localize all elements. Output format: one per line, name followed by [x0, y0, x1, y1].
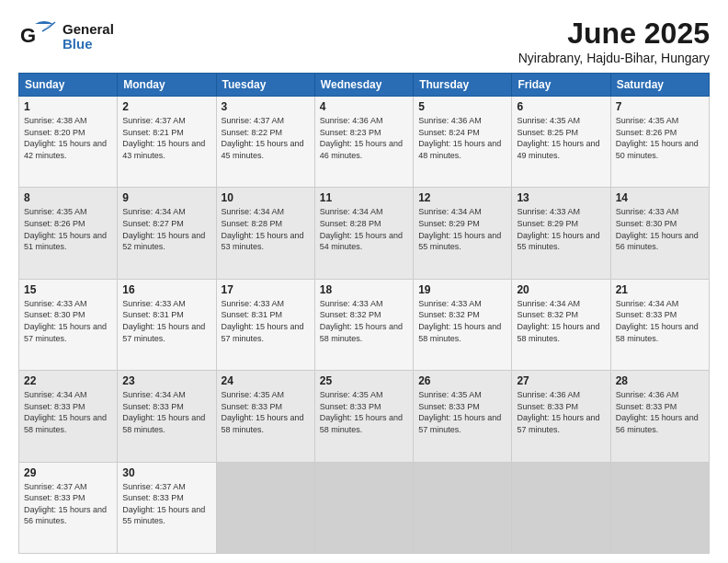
day-info: Sunrise: 4:34 AMSunset: 8:29 PMDaylight:…	[418, 206, 506, 252]
calendar-cell: 10Sunrise: 4:34 AMSunset: 8:28 PMDayligh…	[216, 188, 314, 279]
day-number: 8	[24, 191, 112, 204]
header: G General Blue June 2025 Nyirabrany, Haj…	[18, 17, 710, 65]
week-row-5: 29Sunrise: 4:37 AMSunset: 8:33 PMDayligh…	[19, 462, 710, 553]
calendar-cell: 24Sunrise: 4:35 AMSunset: 8:33 PMDayligh…	[216, 371, 314, 462]
day-number: 6	[517, 100, 605, 113]
calendar-cell: 29Sunrise: 4:37 AMSunset: 8:33 PMDayligh…	[19, 462, 118, 553]
day-info: Sunrise: 4:33 AMSunset: 8:32 PMDaylight:…	[418, 298, 506, 344]
calendar-cell: 19Sunrise: 4:33 AMSunset: 8:32 PMDayligh…	[414, 279, 512, 370]
week-row-1: 1Sunrise: 4:38 AMSunset: 8:20 PMDaylight…	[19, 97, 710, 188]
day-info: Sunrise: 4:35 AMSunset: 8:26 PMDaylight:…	[24, 206, 112, 252]
day-number: 12	[418, 191, 506, 204]
day-info: Sunrise: 4:36 AMSunset: 8:24 PMDaylight:…	[418, 115, 506, 161]
calendar-cell: 2Sunrise: 4:37 AMSunset: 8:21 PMDaylight…	[118, 97, 216, 188]
day-number: 9	[122, 191, 210, 204]
title-section: June 2025 Nyirabrany, Hajdu-Bihar, Hunga…	[518, 17, 710, 65]
calendar-cell: 8Sunrise: 4:35 AMSunset: 8:26 PMDaylight…	[19, 188, 118, 279]
header-friday: Friday	[512, 74, 610, 97]
day-info: Sunrise: 4:37 AMSunset: 8:22 PMDaylight:…	[222, 115, 310, 161]
day-info: Sunrise: 4:36 AMSunset: 8:33 PMDaylight:…	[517, 389, 605, 435]
logo-blue: Blue	[63, 37, 114, 52]
day-number: 3	[222, 100, 310, 113]
calendar-cell: 1Sunrise: 4:38 AMSunset: 8:20 PMDaylight…	[19, 97, 118, 188]
calendar-cell: 22Sunrise: 4:34 AMSunset: 8:33 PMDayligh…	[19, 371, 118, 462]
day-number: 20	[517, 283, 605, 296]
day-info: Sunrise: 4:35 AMSunset: 8:33 PMDaylight:…	[418, 389, 506, 435]
day-info: Sunrise: 4:33 AMSunset: 8:31 PMDaylight:…	[222, 298, 310, 344]
week-row-3: 15Sunrise: 4:33 AMSunset: 8:30 PMDayligh…	[19, 279, 710, 370]
day-info: Sunrise: 4:34 AMSunset: 8:27 PMDaylight:…	[122, 206, 210, 252]
calendar-cell	[414, 462, 512, 553]
week-row-4: 22Sunrise: 4:34 AMSunset: 8:33 PMDayligh…	[19, 371, 710, 462]
calendar-cell: 17Sunrise: 4:33 AMSunset: 8:31 PMDayligh…	[216, 279, 314, 370]
day-info: Sunrise: 4:34 AMSunset: 8:33 PMDaylight:…	[24, 389, 112, 435]
day-number: 13	[517, 191, 605, 204]
calendar-cell: 11Sunrise: 4:34 AMSunset: 8:28 PMDayligh…	[314, 188, 413, 279]
calendar-cell: 30Sunrise: 4:37 AMSunset: 8:33 PMDayligh…	[118, 462, 216, 553]
day-number: 23	[122, 374, 210, 387]
header-monday: Monday	[118, 74, 216, 97]
calendar-cell: 20Sunrise: 4:34 AMSunset: 8:32 PMDayligh…	[512, 279, 610, 370]
day-info: Sunrise: 4:33 AMSunset: 8:29 PMDaylight:…	[517, 206, 605, 252]
calendar-cell: 3Sunrise: 4:37 AMSunset: 8:22 PMDaylight…	[216, 97, 314, 188]
day-info: Sunrise: 4:34 AMSunset: 8:33 PMDaylight:…	[122, 389, 210, 435]
day-info: Sunrise: 4:36 AMSunset: 8:33 PMDaylight:…	[616, 389, 704, 435]
calendar-cell: 26Sunrise: 4:35 AMSunset: 8:33 PMDayligh…	[414, 371, 512, 462]
day-number: 28	[616, 374, 704, 387]
calendar-cell: 13Sunrise: 4:33 AMSunset: 8:29 PMDayligh…	[512, 188, 610, 279]
calendar-cell	[610, 462, 709, 553]
day-info: Sunrise: 4:33 AMSunset: 8:32 PMDaylight:…	[320, 298, 408, 344]
day-info: Sunrise: 4:34 AMSunset: 8:33 PMDaylight:…	[616, 298, 704, 344]
header-thursday: Thursday	[414, 74, 512, 97]
day-info: Sunrise: 4:34 AMSunset: 8:32 PMDaylight:…	[517, 298, 605, 344]
day-info: Sunrise: 4:35 AMSunset: 8:33 PMDaylight:…	[320, 389, 408, 435]
calendar-cell: 5Sunrise: 4:36 AMSunset: 8:24 PMDaylight…	[414, 97, 512, 188]
calendar-cell: 14Sunrise: 4:33 AMSunset: 8:30 PMDayligh…	[610, 188, 709, 279]
day-number: 15	[24, 283, 112, 296]
calendar-cell: 25Sunrise: 4:35 AMSunset: 8:33 PMDayligh…	[314, 371, 413, 462]
calendar-table: Sunday Monday Tuesday Wednesday Thursday…	[18, 73, 710, 554]
day-info: Sunrise: 4:38 AMSunset: 8:20 PMDaylight:…	[24, 115, 112, 161]
day-number: 18	[320, 283, 408, 296]
day-number: 22	[24, 374, 112, 387]
calendar-cell	[314, 462, 413, 553]
logo: G General Blue	[18, 17, 114, 57]
calendar-cell: 23Sunrise: 4:34 AMSunset: 8:33 PMDayligh…	[118, 371, 216, 462]
day-number: 29	[24, 466, 112, 479]
calendar-cell: 4Sunrise: 4:36 AMSunset: 8:23 PMDaylight…	[314, 97, 413, 188]
day-number: 21	[616, 283, 704, 296]
header-sunday: Sunday	[19, 74, 118, 97]
day-number: 4	[320, 100, 408, 113]
day-number: 11	[320, 191, 408, 204]
day-number: 30	[122, 466, 210, 479]
day-number: 24	[222, 374, 310, 387]
day-number: 10	[222, 191, 310, 204]
day-info: Sunrise: 4:37 AMSunset: 8:21 PMDaylight:…	[122, 115, 210, 161]
day-number: 17	[222, 283, 310, 296]
day-number: 5	[418, 100, 506, 113]
logo-general: General	[63, 22, 114, 38]
day-number: 2	[122, 100, 210, 113]
day-info: Sunrise: 4:34 AMSunset: 8:28 PMDaylight:…	[320, 206, 408, 252]
day-info: Sunrise: 4:36 AMSunset: 8:23 PMDaylight:…	[320, 115, 408, 161]
day-info: Sunrise: 4:33 AMSunset: 8:31 PMDaylight:…	[122, 298, 210, 344]
header-tuesday: Tuesday	[216, 74, 314, 97]
calendar-cell: 15Sunrise: 4:33 AMSunset: 8:30 PMDayligh…	[19, 279, 118, 370]
header-saturday: Saturday	[610, 74, 709, 97]
calendar-cell	[512, 462, 610, 553]
day-number: 27	[517, 374, 605, 387]
day-info: Sunrise: 4:35 AMSunset: 8:26 PMDaylight:…	[616, 115, 704, 161]
day-number: 14	[616, 191, 704, 204]
day-number: 25	[320, 374, 408, 387]
calendar-cell	[216, 462, 314, 553]
day-number: 19	[418, 283, 506, 296]
day-number: 1	[24, 100, 112, 113]
logo-icon: G	[18, 17, 59, 57]
calendar-cell: 7Sunrise: 4:35 AMSunset: 8:26 PMDaylight…	[610, 97, 709, 188]
day-info: Sunrise: 4:34 AMSunset: 8:28 PMDaylight:…	[222, 206, 310, 252]
calendar-cell: 18Sunrise: 4:33 AMSunset: 8:32 PMDayligh…	[314, 279, 413, 370]
calendar-cell: 6Sunrise: 4:35 AMSunset: 8:25 PMDaylight…	[512, 97, 610, 188]
calendar-cell: 21Sunrise: 4:34 AMSunset: 8:33 PMDayligh…	[610, 279, 709, 370]
svg-text:G: G	[20, 24, 36, 47]
day-info: Sunrise: 4:37 AMSunset: 8:33 PMDaylight:…	[24, 481, 112, 527]
